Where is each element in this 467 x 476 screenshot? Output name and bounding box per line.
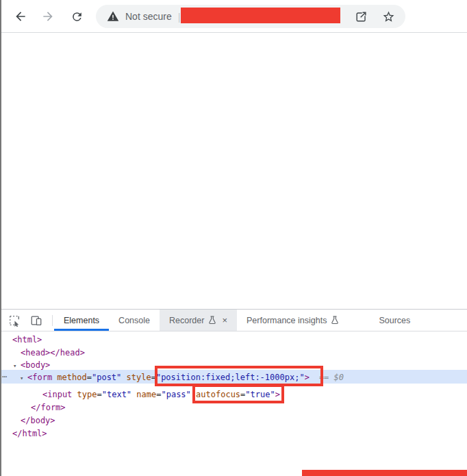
close-tab-icon[interactable]: × (222, 315, 227, 325)
tab-label: Recorder (169, 316, 204, 325)
inspect-element-icon (8, 314, 21, 327)
not-secure-label: Not secure (125, 11, 172, 22)
autofocus-annotation-box (192, 384, 284, 403)
toolbar-divider (52, 315, 53, 326)
dom-tree-node[interactable]: <html> (12, 334, 42, 345)
forward-button[interactable] (40, 8, 56, 25)
share-icon (355, 10, 368, 23)
tab-elements[interactable]: Elements (54, 310, 109, 331)
elements-dom-tree[interactable]: <html><head></head>▾<body>…▾<form method… (0, 332, 467, 476)
bookmark-button[interactable] (380, 8, 396, 25)
dom-tree-node[interactable]: <body> (21, 360, 50, 371)
bottom-redaction-bar (302, 470, 467, 476)
node-more-actions-icon[interactable]: … (2, 369, 8, 380)
forward-icon (41, 10, 55, 23)
url-redaction-bar (181, 8, 340, 23)
back-icon (14, 10, 27, 23)
tab-sources[interactable]: Sources (369, 310, 420, 331)
disclosure-triangle-icon[interactable]: ▾ (20, 373, 23, 384)
tab-label: Performance insights (247, 316, 327, 325)
dom-tree-node[interactable]: </form> (31, 402, 66, 413)
device-toolbar-icon (30, 314, 42, 327)
inspect-element-button[interactable] (7, 313, 22, 328)
tab-label: Elements (64, 316, 99, 325)
tab-recorder[interactable]: Recorder× (160, 310, 237, 331)
tab-label: Console (118, 316, 150, 325)
browser-toolbar: Not secure | (0, 0, 467, 33)
screenshot-root: Not secure | (0, 0, 467, 476)
experiment-flask-icon (208, 316, 216, 325)
tab-performance-insights[interactable]: Performance insights (237, 310, 349, 331)
star-icon (382, 10, 395, 23)
dom-tree-node[interactable]: <head></head> (21, 347, 85, 358)
tab-console[interactable]: Console (109, 310, 160, 331)
window-left-edge (0, 0, 1, 476)
devtools-tabbar: ElementsConsoleRecorder×Performance insi… (0, 309, 467, 331)
style-attribute-annotation-box (155, 366, 323, 386)
not-secure-warning-icon[interactable] (107, 10, 119, 23)
tab-label: Sources (379, 316, 410, 325)
back-button[interactable] (12, 8, 29, 25)
devtools-tabs: ElementsConsoleRecorder×Performance insi… (54, 310, 420, 331)
reload-button[interactable] (68, 8, 85, 25)
page-viewport (0, 34, 467, 309)
dom-tree-node[interactable]: </html> (12, 428, 47, 439)
devtools-toolbar-icons (0, 310, 54, 331)
dom-tree-node[interactable]: </body> (21, 415, 55, 426)
experiment-flask-icon (331, 316, 339, 325)
reload-icon (71, 10, 84, 23)
share-button[interactable] (353, 8, 369, 25)
device-toolbar-button[interactable] (29, 313, 44, 328)
